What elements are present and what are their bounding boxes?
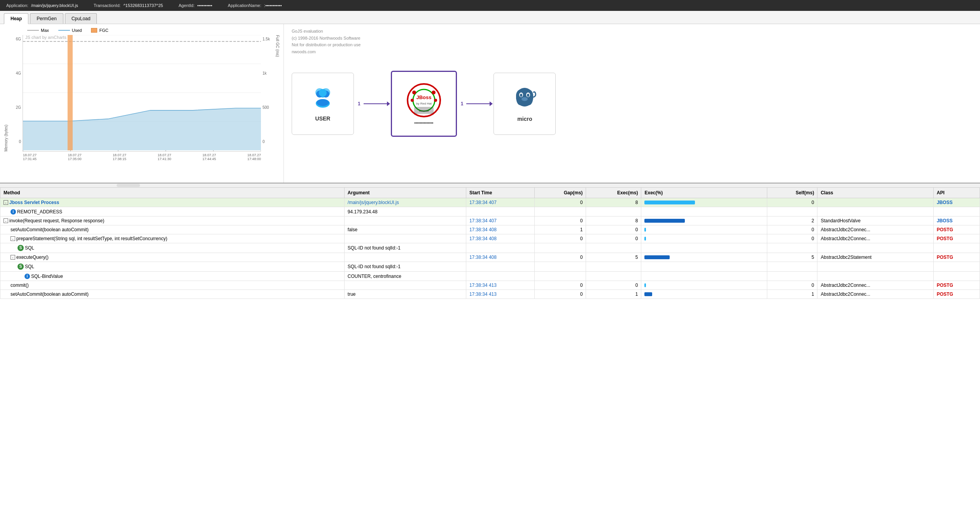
table-wrapper: Method Argument Start Time Gap(ms) Exec(… — [0, 187, 980, 527]
cell-gap: 1 — [534, 225, 586, 234]
argument-link[interactable]: /main/js/jquery.blockUI.js — [348, 200, 399, 205]
method-table: Method Argument Start Time Gap(ms) Exec(… — [0, 187, 980, 299]
cell-exec-pct — [641, 225, 767, 234]
transaction-info: TransactionId: ^1532683113737^25 — [94, 3, 163, 8]
micro-label: micro — [517, 116, 532, 122]
y-axis-left-label: Memory (bytes) — [4, 35, 8, 152]
svg-point-19 — [319, 89, 327, 97]
scroll-thumb[interactable] — [117, 184, 140, 187]
flow-node-postgres[interactable]: micro — [494, 73, 556, 135]
exec-bar — [644, 237, 646, 241]
cell-exec-ms — [586, 272, 641, 281]
cell-argument — [344, 253, 466, 262]
cell-self-ms — [767, 243, 817, 253]
cell-exec-ms: 0 — [586, 281, 641, 290]
arrow-label-1: 1 — [358, 101, 360, 106]
appname-info: ApplicationName: :••••••••••• — [228, 3, 282, 8]
cell-self-ms: 1 — [767, 290, 817, 299]
cell-method: -Jboss Servlet Process — [0, 198, 345, 207]
cell-class — [817, 198, 933, 207]
legend-used: Used — [58, 28, 82, 33]
flow-diagram: USER 1 — [292, 71, 972, 137]
cell-gap: 0 — [534, 216, 586, 225]
exec-bar — [644, 219, 685, 223]
user-icon — [312, 86, 334, 112]
y-axis-right: 1.5k 1k 500 0 — [261, 35, 275, 152]
cell-api — [933, 243, 980, 253]
y-axis-right-label: Full GC (ms) — [275, 35, 280, 152]
svg-rect-6 — [68, 35, 73, 150]
cell-api: POSTG — [933, 253, 980, 262]
tab-permgen[interactable]: PermGen — [30, 13, 63, 24]
cell-exec-ms — [586, 207, 641, 216]
exec-bar — [644, 201, 695, 204]
cell-exec-pct — [641, 272, 767, 281]
svg-text:by Red Hat: by Red Hat — [416, 102, 432, 105]
cell-gap — [534, 272, 586, 281]
cell-self-ms: 0 — [767, 225, 817, 234]
svg-marker-4 — [23, 108, 261, 150]
cell-class: AbstractJdbc2Connec... — [817, 234, 933, 243]
legend-fgc-label: FGC — [99, 28, 108, 33]
col-exec-ms: Exec(ms) — [586, 188, 641, 198]
legend-max-line — [27, 30, 39, 31]
col-method: Method — [0, 188, 345, 198]
tab-cpuload[interactable]: CpuLoad — [65, 13, 97, 24]
table-row: SSQL SQL-ID not found sqlId:-1 — [0, 243, 980, 253]
main-content: Max Used FGC Memory (bytes) 6G 4G 2G 0 — [0, 24, 980, 183]
cell-self-ms — [767, 262, 817, 272]
table-row: iREMOTE_ADDRESS 94.179.234.48 — [0, 207, 980, 216]
argument-text: COUNTER, centrofinance — [348, 274, 401, 279]
legend-used-line — [58, 30, 70, 31]
cell-api — [933, 272, 980, 281]
argument-text: SQL-ID not found sqlId:-1 — [348, 245, 401, 251]
agent-info: AgentId: •••••••••• — [178, 3, 212, 8]
argument-text: true — [348, 291, 356, 297]
cell-exec-pct — [641, 253, 767, 262]
collapse-icon[interactable]: - — [4, 200, 8, 205]
cell-gap: 0 — [534, 253, 586, 262]
collapse-icon[interactable]: - — [10, 236, 15, 241]
col-self-ms: Self(ms) — [767, 188, 817, 198]
cell-api: POSTG — [933, 290, 980, 299]
flow-node-user[interactable]: USER — [292, 73, 354, 135]
cell-start-time: 17:38:34 408 — [466, 225, 534, 234]
table-row: -Jboss Servlet Process /main/js/jquery.b… — [0, 198, 980, 207]
collapse-icon[interactable]: - — [10, 255, 15, 260]
cell-exec-ms: 5 — [586, 253, 641, 262]
cell-argument: COUNTER, centrofinance — [344, 272, 466, 281]
horizontal-scrollbar[interactable] — [0, 183, 980, 187]
cell-start-time: 17:38:34 407 — [466, 198, 534, 207]
svg-point-37 — [522, 97, 528, 101]
cell-class — [817, 243, 933, 253]
legend-fgc-box — [91, 28, 97, 33]
cell-class: AbstractJdbc2Connec... — [817, 281, 933, 290]
cell-api: POSTG — [933, 281, 980, 290]
collapse-icon[interactable]: - — [4, 218, 8, 223]
flow-node-jboss[interactable]: JBoss by Red Hat •••••••••• ••••••••••••… — [391, 71, 457, 137]
header-bar: Application: /main/js/jquery.blockUI.js … — [0, 0, 980, 11]
svg-point-20 — [317, 99, 329, 106]
svg-text:JBoss: JBoss — [416, 94, 431, 100]
cell-exec-pct — [641, 198, 767, 207]
tab-heap[interactable]: Heap — [4, 13, 28, 24]
legend-max: Max — [27, 28, 49, 33]
exec-bar-container — [644, 200, 763, 205]
cell-gap — [534, 243, 586, 253]
cell-argument: /main/js/jquery.blockUI.js — [344, 198, 466, 207]
cell-api: JBOSS — [933, 198, 980, 207]
arrow-label-2: 1 — [461, 101, 464, 106]
cell-exec-ms — [586, 262, 641, 272]
cell-gap: 0 — [534, 281, 586, 290]
cell-method: setAutoCommit(boolean autoCommit) — [0, 225, 345, 234]
argument-text: false — [348, 227, 357, 232]
cell-method: -prepareStatement(String sql, int result… — [0, 234, 345, 243]
chart-area: Max Used FGC Memory (bytes) 6G 4G 2G 0 — [0, 24, 284, 183]
table-row: iSQL-BindValue COUNTER, centrofinance — [0, 272, 980, 281]
svg-text:••••••••••: •••••••••• — [419, 110, 429, 112]
cell-exec-pct — [641, 243, 767, 253]
col-gap: Gap(ms) — [534, 188, 586, 198]
cell-api — [933, 262, 980, 272]
x-axis-labels: 18.07.2717:31:45 18.07.2717:35:00 18.07.… — [23, 153, 261, 161]
svg-point-24 — [432, 91, 436, 94]
